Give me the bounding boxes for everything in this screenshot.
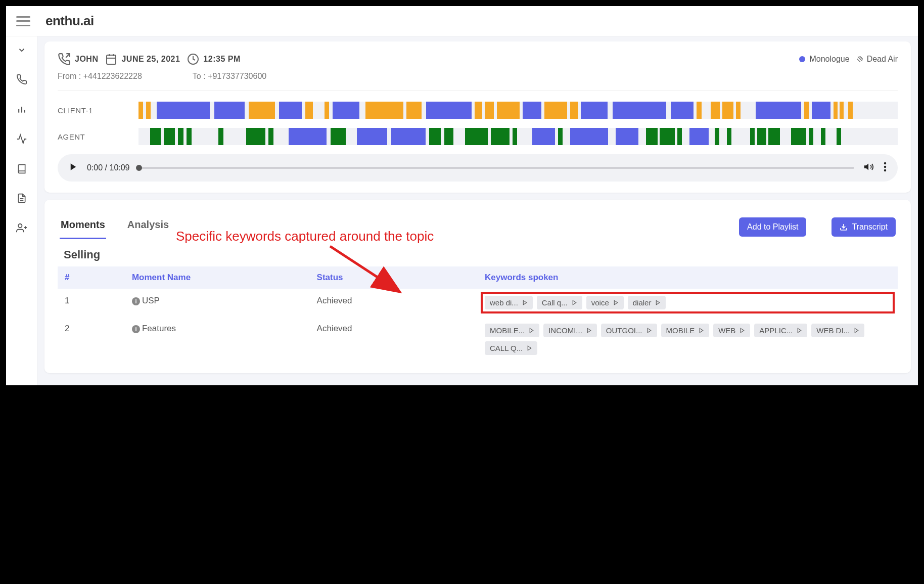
tab-moments[interactable]: Moments [60,215,106,239]
sidebar-library-icon[interactable] [17,164,27,174]
legend-deadair: Dead Air [857,55,898,64]
add-to-playlist-button[interactable]: Add to Playlist [739,217,806,237]
col-num: # [58,266,125,289]
svg-point-16 [884,162,886,164]
legend-monologue: Monologue [799,55,849,64]
svg-marker-22 [523,300,526,304]
row-name: iUSP [125,289,310,317]
svg-point-17 [884,166,886,168]
row-num: 2 [58,317,125,362]
waveform-agent[interactable] [138,128,898,145]
col-keywords: Keywords spoken [478,266,898,289]
svg-marker-28 [648,328,651,332]
svg-point-18 [884,169,886,171]
player-time: 0:00 / 10:09 [87,163,130,172]
svg-point-5 [18,224,22,228]
sidebar-analytics-icon[interactable] [17,104,27,114]
call-from: From : +441223622228 [58,72,142,81]
svg-marker-33 [528,346,531,350]
sidebar-calls-icon[interactable] [16,74,27,85]
col-status: Status [310,266,478,289]
row-status: Achieved [310,289,478,317]
call-header-card: JOHN JUNE 25, 2021 12:35 PM Monologue [44,41,911,193]
time-value: 12:35 PM [203,55,240,64]
call-time: 12:35 PM [187,53,240,65]
legend-dot-hatch [857,56,863,62]
section-title: Selling [64,248,898,261]
svg-marker-25 [657,300,660,304]
info-icon[interactable]: i [132,325,140,333]
legend-dot-blue [799,56,805,62]
agent-name: JOHN [75,55,98,64]
row-name: iFeatures [125,317,310,362]
sidebar-activity-icon[interactable] [16,133,27,145]
svg-marker-15 [864,164,868,170]
keyword-chip[interactable]: web di... [485,296,533,309]
svg-marker-29 [700,328,703,332]
table-row: 2iFeaturesAchievedMOBILE...INCOMI...OUTG… [58,317,898,362]
keyword-chip[interactable]: WEB DI... [811,324,864,337]
transcript-button[interactable]: Transcript [831,217,896,237]
svg-rect-9 [107,55,116,64]
sidebar [6,36,37,385]
keyword-chip[interactable]: WEB [713,324,750,337]
hamburger-menu[interactable] [16,16,30,26]
keyword-chip[interactable]: Call q... [537,296,582,309]
keyword-chip[interactable]: dialer [628,296,666,309]
player-more-icon[interactable] [884,162,887,174]
keyword-chip[interactable]: INCOMI... [543,324,597,337]
play-button[interactable] [69,162,78,173]
sidebar-document-icon[interactable] [17,193,27,203]
audio-player[interactable]: 0:00 / 10:09 [58,154,898,182]
keyword-chip[interactable]: CALL Q... [485,341,537,355]
track-client-label: CLIENT-1 [58,106,138,115]
col-name: Moment Name [125,266,310,289]
track-agent-label: AGENT [58,132,138,141]
svg-marker-14 [71,163,76,170]
brand-logo: enthu.ai [45,13,94,29]
table-row: 1iUSPAchievedweb di...Call q...voicedial… [58,289,898,317]
moments-card: Moments Analysis Add to Playlist Transcr… [44,200,911,373]
keyword-chip[interactable]: voice [586,296,624,309]
info-icon[interactable]: i [132,297,140,305]
keyword-chip[interactable]: OUTGOI... [601,324,657,337]
keyword-chip[interactable]: MOBILE [661,324,710,337]
svg-marker-26 [530,328,533,332]
tab-analysis[interactable]: Analysis [126,215,170,239]
svg-marker-32 [855,328,858,332]
call-to: To : +917337730600 [193,72,266,81]
row-status: Achieved [310,317,478,362]
svg-marker-23 [573,300,576,304]
row-num: 1 [58,289,125,317]
moments-table: # Moment Name Status Keywords spoken 1iU… [58,266,898,362]
legend-monologue-label: Monologue [809,55,849,64]
row-keywords: MOBILE...INCOMI...OUTGOI...MOBILEWEBAPPL… [478,317,898,362]
keyword-chip[interactable]: MOBILE... [485,324,539,337]
volume-icon[interactable] [863,161,874,174]
call-date: JUNE 25, 2021 [105,53,180,65]
legend-deadair-label: Dead Air [867,55,898,64]
date-value: JUNE 25, 2021 [121,55,180,64]
waveform-client[interactable] [138,102,898,119]
row-keywords: web di...Call q...voicedialer [478,289,898,317]
sidebar-adduser-icon[interactable] [16,222,27,234]
svg-marker-24 [614,300,617,304]
svg-marker-30 [741,328,744,332]
sidebar-collapse-icon[interactable] [17,46,26,55]
keyword-chip[interactable]: APPLIC... [754,324,807,337]
svg-marker-27 [587,328,590,332]
call-agent: JOHN [58,53,98,66]
player-seekbar[interactable] [139,167,854,169]
svg-line-8 [66,54,70,58]
svg-marker-31 [798,328,801,332]
